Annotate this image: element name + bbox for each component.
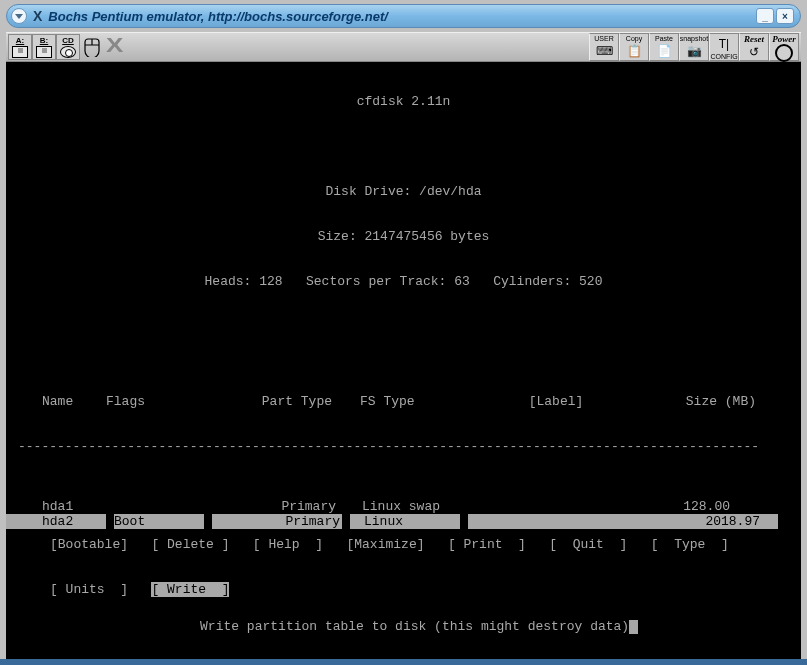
disk-size-label: Size: 2147475456 bytes bbox=[6, 229, 801, 244]
reset-button[interactable]: Reset↺ bbox=[739, 33, 769, 61]
user-keys-button[interactable]: USER⌨ bbox=[589, 33, 619, 61]
system-menu-button[interactable] bbox=[11, 8, 27, 24]
window-titlebar: X Bochs Pentium emulator, http://bochs.s… bbox=[6, 4, 801, 28]
disk-geometry-label: Heads: 128 Sectors per Track: 63 Cylinde… bbox=[6, 274, 801, 289]
col-part-type: Part Type bbox=[226, 394, 346, 409]
guest-display[interactable]: cfdisk 2.11n Disk Drive: /dev/hda Size: … bbox=[6, 62, 801, 662]
paste-button[interactable]: Paste📄 bbox=[649, 33, 679, 61]
cfdisk-title: cfdisk 2.11n bbox=[6, 94, 801, 109]
menu-item-maximize[interactable]: [Maximize] bbox=[346, 537, 424, 552]
col-fs-type: FS Type bbox=[346, 394, 486, 409]
window-title: Bochs Pentium emulator, http://bochs.sou… bbox=[48, 9, 750, 24]
col-flags: Flags bbox=[106, 394, 226, 409]
snapshot-button[interactable]: snapshot📷 bbox=[679, 33, 709, 61]
text-cursor bbox=[629, 620, 638, 634]
menu-item-bootable[interactable]: [Bootable] bbox=[50, 537, 128, 552]
x11-icon: X bbox=[33, 8, 42, 24]
desktop-background-edge bbox=[0, 659, 807, 665]
menu-item-write[interactable]: [ Write ] bbox=[151, 582, 229, 597]
emulator-toolbar: A: B: CD X USER⌨ Copy📋 Paste📄 snapshot📷 … bbox=[6, 32, 801, 62]
copy-button[interactable]: Copy📋 bbox=[619, 33, 649, 61]
minimize-button[interactable]: _ bbox=[756, 8, 774, 24]
config-button[interactable]: T|CONFIG bbox=[709, 33, 739, 61]
disabled-x-icon: X bbox=[101, 34, 129, 60]
menu-item-delete[interactable]: [ Delete ] bbox=[151, 537, 229, 552]
floppy-a-button[interactable]: A: bbox=[8, 34, 32, 60]
floppy-b-button[interactable]: B: bbox=[32, 34, 56, 60]
cfdisk-hint: Write partition table to disk (this migh… bbox=[0, 604, 807, 649]
header-divider: ----------------------------------------… bbox=[6, 439, 801, 454]
col-name: Name bbox=[6, 394, 106, 409]
menu-row-2: [ Units ] [ Write ] bbox=[50, 582, 757, 597]
menu-item-help[interactable]: [ Help ] bbox=[253, 537, 323, 552]
cdrom-button[interactable]: CD bbox=[56, 34, 80, 60]
menu-item-quit[interactable]: [ Quit ] bbox=[549, 537, 627, 552]
disk-drive-label: Disk Drive: /dev/hda bbox=[6, 184, 801, 199]
col-label: [Label] bbox=[486, 394, 626, 409]
partition-headers: Name Flags Part Type FS Type [Label] Siz… bbox=[6, 394, 801, 409]
menu-item-units[interactable]: [ Units ] bbox=[50, 582, 128, 597]
menu-item-print[interactable]: [ Print ] bbox=[448, 537, 526, 552]
close-button[interactable]: × bbox=[776, 8, 794, 24]
power-button[interactable]: Power bbox=[769, 33, 799, 61]
menu-row-1: [Bootable] [ Delete ] [ Help ] [Maximize… bbox=[50, 537, 757, 552]
col-size: Size (MB) bbox=[626, 394, 776, 409]
menu-item-type[interactable]: [ Type ] bbox=[651, 537, 729, 552]
